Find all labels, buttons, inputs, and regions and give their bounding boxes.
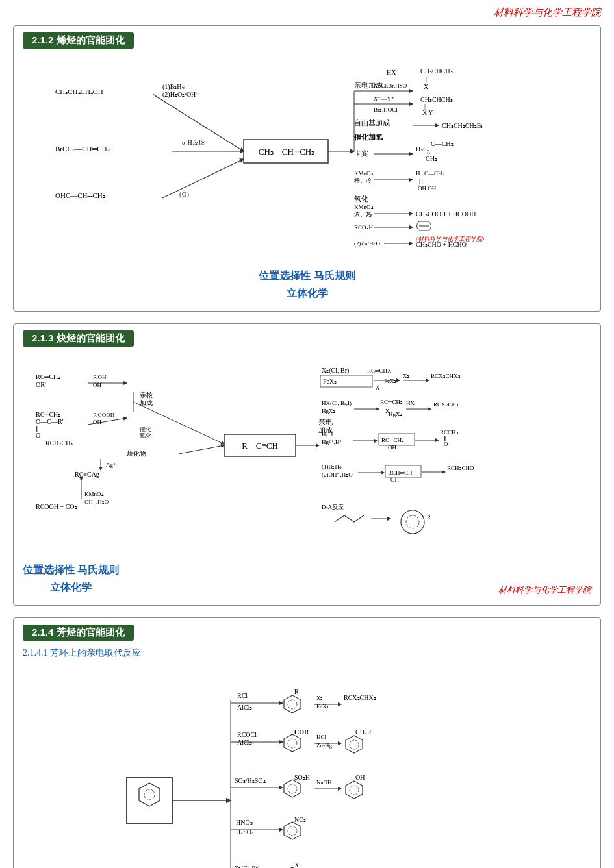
svg-text:HX(Cl, Br,I): HX(Cl, Br,I): [322, 400, 352, 406]
svg-text:亲电: 亲电: [318, 418, 333, 426]
svg-text:Ag⁺: Ag⁺: [106, 462, 116, 468]
section3-box: 2.1.4 芳烃的官能团化 2.1.4.1 芳环上的亲电取代反应: [13, 617, 601, 868]
svg-text:Zn-Hg: Zn-Hg: [316, 742, 332, 749]
svg-text:CH₃CHCH₃: CH₃CHCH₃: [420, 68, 453, 75]
svg-text:X₂(Cl, Br): X₂(Cl, Br): [322, 367, 349, 375]
svg-point-166: [350, 786, 359, 795]
svg-text:/\: /\: [427, 149, 431, 155]
svg-text:C—CH₂: C—CH₂: [424, 170, 445, 177]
svg-text:RCOOH + CO₂: RCOOH + CO₂: [36, 503, 77, 510]
svg-text:H₃C: H₃C: [416, 145, 428, 153]
svg-point-128: [401, 510, 424, 534]
svg-text:AlCl₃: AlCl₃: [237, 704, 252, 711]
svg-text:|      |: | |: [419, 178, 423, 184]
svg-text:(1)B₂H₆: (1)B₂H₆: [322, 464, 342, 470]
svg-text:OHC—CH═CH₂: OHC—CH═CH₂: [55, 192, 105, 199]
svg-marker-139: [284, 695, 301, 713]
section3-subtitle: 2.1.4.1 芳环上的亲电取代反应: [23, 647, 591, 659]
section1-box: 2.1.2 烯烃的官能团化 CH₃—CH═CH₂ CH₃CH₂CH₂OH (1)…: [13, 25, 601, 312]
svg-text:OH⁻: OH⁻: [93, 419, 105, 425]
svg-text:OH: OH: [390, 477, 399, 483]
page: 材料科学与化学工程学院 2.1.2 烯烃的官能团化 CH₃—CH═CH₂ CH₃…: [0, 0, 614, 868]
section3-title: 2.1.4 芳烃的官能团化: [23, 625, 134, 641]
svg-text:R'COOH: R'COOH: [93, 412, 115, 418]
svg-text:CH₃COOH + HCOOH: CH₃COOH + HCOOH: [416, 210, 476, 217]
svg-marker-149: [284, 734, 301, 752]
svg-text:KMnO₄: KMnO₄: [354, 170, 374, 177]
svg-text:X: X: [376, 384, 380, 391]
svg-line-78: [179, 445, 224, 454]
section2-label1: 位置选择性 马氏规则: [23, 564, 119, 577]
svg-text:RCCH₃: RCCH₃: [440, 429, 459, 436]
svg-text:氧化: 氧化: [140, 432, 151, 439]
svg-text:X  Y: X Y: [422, 109, 433, 116]
svg-text:Br₂,HOCl: Br₂,HOCl: [374, 106, 398, 113]
svg-text:X=Cl,Br,HSO: X=Cl,Br,HSO: [374, 82, 407, 89]
section1-label1: 位置选择性 马氏规则: [23, 269, 591, 283]
section2-box: 2.1.3 炔烃的官能团化 R—C≡CH RC═CH₂ OR': [13, 323, 601, 606]
svg-text:RC═CH₂: RC═CH₂: [36, 373, 60, 380]
svg-point-140: [288, 700, 297, 709]
svg-text:R: R: [294, 688, 299, 695]
svg-text:RCO₃H: RCO₃H: [354, 224, 374, 230]
svg-text:加成: 加成: [140, 399, 153, 406]
svg-text:α-H反应: α-H反应: [182, 139, 205, 146]
svg-text:(2)Zn/H₂O: (2)Zn/H₂O: [354, 240, 380, 247]
svg-text:RCX₂CHX₂: RCX₂CHX₂: [344, 694, 376, 701]
svg-text:OH: OH: [355, 774, 365, 781]
svg-text:D-A反应: D-A反应: [322, 504, 344, 510]
svg-text:CH₃CH₂CH₂OH: CH₃CH₂CH₂OH: [55, 88, 103, 95]
svg-rect-131: [127, 778, 172, 823]
svg-text:(2)H₂O₂/OH⁻: (2)H₂O₂/OH⁻: [162, 91, 199, 99]
svg-text:RC═CH₂: RC═CH₂: [36, 411, 60, 418]
svg-text:Hg²⁺,H⁺: Hg²⁺,H⁺: [322, 439, 342, 445]
svg-text:RC═CHX: RC═CHX: [367, 367, 392, 374]
svg-text:|: |: [426, 75, 427, 82]
svg-text:催化: 催化: [140, 426, 151, 432]
svg-text:FeX₃: FeX₃: [384, 378, 397, 384]
svg-text:浓、热: 浓、热: [354, 211, 372, 217]
section2-label2: 立体化学: [23, 581, 119, 595]
svg-point-161: [288, 784, 297, 793]
svg-marker-155: [346, 736, 363, 753]
svg-text:氧化: 氧化: [354, 195, 368, 203]
svg-marker-165: [346, 781, 363, 799]
svg-text:O—C—R': O—C—R': [36, 418, 64, 425]
svg-text:SO₃H: SO₃H: [294, 774, 310, 781]
svg-text:CH₃CHO + HCHO: CH₃CHO + HCHO: [416, 241, 467, 248]
svg-text:CH₃CH₂CH₂Br: CH₃CH₂CH₂Br: [442, 122, 483, 129]
svg-text:(2)OH⁻,H₂O: (2)OH⁻,H₂O: [322, 471, 353, 478]
svg-text:NO₂: NO₂: [294, 816, 306, 823]
svg-marker-171: [284, 822, 301, 839]
svg-text:炔化物: 炔化物: [127, 450, 146, 457]
section2-svg: R—C≡CH RC═CH₂ OR' R'OH OH⁻ 亲核 加成 RC═CH₂ …: [23, 353, 608, 554]
svg-marker-160: [284, 780, 301, 797]
svg-text:RC≡CAg: RC≡CAg: [75, 471, 99, 478]
svg-text:RCH₂CHO: RCH₂CHO: [447, 465, 474, 471]
svg-text:RCX₂CHX₂: RCX₂CHX₂: [431, 373, 461, 379]
svg-text:X: X: [424, 83, 429, 90]
svg-text:AlCl₃: AlCl₃: [237, 739, 252, 746]
svg-text:RCOCl: RCOCl: [237, 731, 257, 738]
svg-text:KMnO₄: KMnO₄: [84, 491, 104, 497]
svg-text:KMnO₄: KMnO₄: [354, 204, 374, 210]
svg-text:HgX₂: HgX₂: [322, 408, 336, 414]
svg-text:OH⁻: OH⁻: [93, 382, 105, 388]
section2-diagram: R—C≡CH RC═CH₂ OR' R'OH OH⁻ 亲核 加成 RC═CH₂ …: [23, 353, 591, 557]
svg-point-156: [350, 740, 359, 749]
svg-text:SO₃/H₂SO₄: SO₃/H₂SO₄: [235, 777, 266, 784]
svg-text:RCX₂CH₃: RCX₂CH₃: [433, 401, 459, 408]
svg-text:R: R: [427, 514, 431, 521]
svg-point-150: [288, 739, 297, 748]
svg-text:C—CH₂: C—CH₂: [431, 140, 454, 147]
svg-text:RCl: RCl: [237, 692, 248, 699]
svg-text:OH   OH: OH OH: [418, 185, 437, 192]
svg-text:自由基加成: 自由基加成: [354, 119, 390, 127]
svg-text:X: X: [294, 862, 300, 868]
svg-text:X₂: X₂: [316, 695, 324, 701]
section1-label2: 立体化学: [23, 287, 591, 301]
svg-text:H₂O: H₂O: [322, 431, 333, 438]
svg-text:CH₃—CH═CH₂: CH₃—CH═CH₂: [259, 147, 314, 156]
svg-text:HX: HX: [406, 400, 415, 406]
svg-text:H₂SO₄: H₂SO₄: [236, 828, 254, 836]
